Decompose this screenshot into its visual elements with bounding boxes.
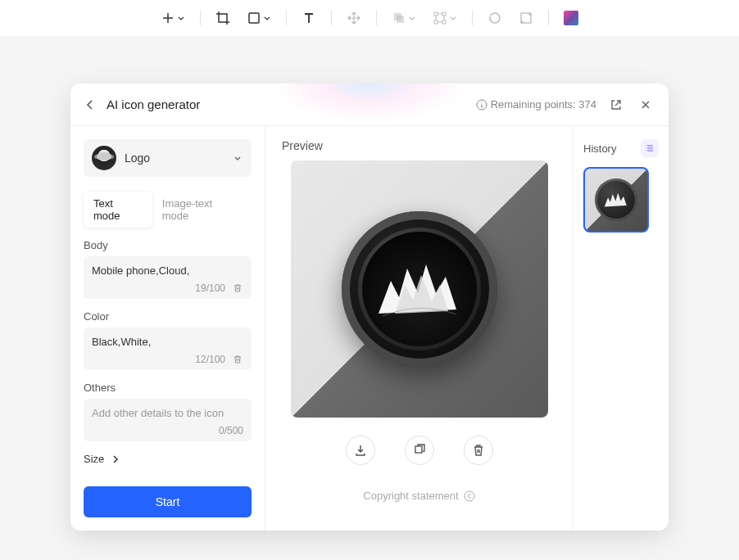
- move-icon: [347, 11, 361, 25]
- svg-rect-4: [442, 12, 446, 16]
- boolean-tool[interactable]: [387, 7, 421, 29]
- preview-image: [291, 160, 548, 418]
- tab-text-mode[interactable]: Text mode: [84, 192, 152, 228]
- chevron-down-icon: [408, 14, 416, 22]
- svg-rect-5: [434, 20, 438, 24]
- close-icon: [639, 98, 652, 111]
- color-input[interactable]: Black,White, 12/100: [84, 327, 252, 370]
- others-input[interactable]: Add other details to the icon 0/500: [84, 399, 252, 441]
- svg-point-11: [465, 491, 474, 501]
- icon-type-label: Logo: [125, 151, 224, 165]
- svg-rect-2: [397, 16, 404, 23]
- crop-tool[interactable]: [211, 7, 235, 29]
- svg-point-7: [490, 13, 500, 23]
- chevron-down-icon: [232, 152, 243, 164]
- divider: [286, 11, 287, 25]
- svg-rect-10: [415, 446, 422, 453]
- transform-tool[interactable]: [514, 7, 538, 29]
- plus-icon: [161, 11, 175, 25]
- copyright-text: Copyright statement: [363, 490, 458, 502]
- back-button[interactable]: [84, 98, 97, 111]
- chevron-down-icon: [449, 14, 457, 22]
- history-list-toggle[interactable]: [641, 139, 659, 157]
- size-label: Size: [84, 453, 104, 465]
- chevron-down-icon: [263, 14, 271, 22]
- body-input[interactable]: Mobile phone,Cloud, 19/100: [84, 256, 252, 299]
- body-value: Mobile phone,Cloud,: [92, 264, 243, 279]
- remaining-points-text: Remaining points: 374: [491, 98, 596, 111]
- others-label: Others: [84, 382, 252, 394]
- download-button[interactable]: [346, 436, 375, 465]
- shape-tool[interactable]: [242, 7, 276, 29]
- nodes-icon: [433, 11, 447, 25]
- main-toolbar: [0, 0, 739, 36]
- text-tool[interactable]: [297, 7, 321, 29]
- trash-icon: [232, 354, 243, 365]
- color-clear-button[interactable]: [232, 354, 243, 365]
- divider: [331, 11, 332, 25]
- history-thumbnail: [595, 178, 637, 221]
- divider: [548, 11, 549, 25]
- preview-actions: [346, 436, 493, 465]
- node-tool[interactable]: [428, 7, 462, 29]
- generated-logo: [342, 211, 497, 367]
- crop-icon: [215, 11, 230, 25]
- text-icon: [301, 11, 316, 25]
- svg-rect-6: [442, 20, 446, 24]
- copyright-icon: [464, 490, 475, 502]
- list-icon: [644, 142, 655, 154]
- chevron-down-icon: [177, 14, 185, 22]
- ai-icon: [564, 11, 578, 25]
- raccoon-avatar-icon: [92, 146, 116, 170]
- divider: [376, 11, 377, 25]
- copyright-link[interactable]: Copyright statement: [363, 490, 474, 502]
- size-expander[interactable]: Size: [84, 453, 252, 465]
- remaining-points: Remaining points: 374: [476, 98, 596, 111]
- ai-icon-generator-modal: AI icon generator Remaining points: 374 …: [70, 84, 669, 531]
- download-icon: [353, 443, 368, 458]
- modal-body: Logo Text mode Image-text mode Body Mobi…: [70, 126, 669, 531]
- move-tool[interactable]: [342, 7, 366, 29]
- color-label: Color: [84, 310, 252, 323]
- chevron-left-icon: [84, 98, 97, 111]
- history-label: History: [583, 142, 616, 155]
- circle-tool[interactable]: [483, 7, 507, 29]
- start-button[interactable]: Start: [84, 486, 252, 517]
- copy-button[interactable]: [405, 436, 434, 465]
- popout-icon: [610, 98, 623, 111]
- popout-button[interactable]: [606, 95, 626, 115]
- color-field-group: Color Black,White, 12/100: [84, 310, 252, 370]
- preview-label: Preview: [282, 139, 323, 152]
- modal-title: AI icon generator: [107, 97, 200, 111]
- tab-image-text-mode[interactable]: Image-text mode: [152, 192, 252, 228]
- copy-icon: [412, 443, 427, 458]
- color-value: Black,White,: [92, 336, 243, 350]
- others-placeholder: Add other details to the icon: [92, 407, 243, 422]
- mountain-icon: [370, 252, 469, 326]
- divider: [472, 11, 473, 25]
- combine-icon: [392, 11, 406, 25]
- info-icon: [476, 99, 487, 111]
- body-clear-button[interactable]: [232, 282, 243, 294]
- transform-icon: [519, 11, 533, 25]
- mountain-icon: [602, 189, 630, 210]
- body-label: Body: [84, 239, 252, 251]
- settings-panel: Logo Text mode Image-text mode Body Mobi…: [70, 126, 265, 531]
- color-char-count: 12/100: [195, 354, 225, 365]
- trash-icon: [471, 443, 486, 458]
- ai-tool[interactable]: [559, 7, 583, 29]
- add-tool[interactable]: [156, 7, 190, 29]
- history-item-1[interactable]: [583, 167, 649, 233]
- close-button[interactable]: [636, 95, 655, 115]
- chevron-right-icon: [111, 454, 120, 464]
- svg-rect-3: [434, 12, 438, 16]
- delete-button[interactable]: [464, 436, 493, 465]
- workspace: AI icon generator Remaining points: 374 …: [0, 36, 739, 560]
- history-panel: History: [574, 126, 669, 531]
- divider: [200, 11, 201, 25]
- circle-icon: [487, 11, 502, 25]
- icon-type-selector[interactable]: Logo: [84, 139, 252, 177]
- mode-tabs: Text mode Image-text mode: [84, 192, 252, 228]
- others-char-count: 0/500: [219, 425, 243, 436]
- body-field-group: Body Mobile phone,Cloud, 19/100: [84, 239, 252, 299]
